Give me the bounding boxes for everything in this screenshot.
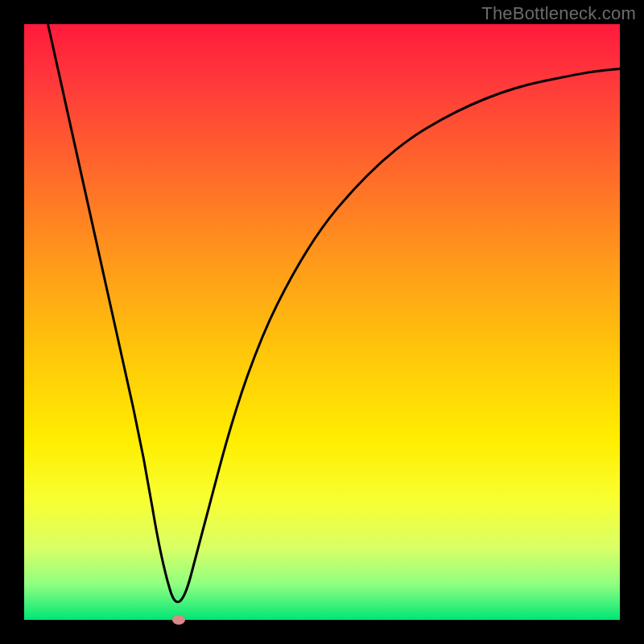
minimum-marker <box>172 615 185 625</box>
bottleneck-curve <box>24 24 620 620</box>
plot-area <box>24 24 620 620</box>
watermark-text: TheBottleneck.com <box>481 3 636 24</box>
chart-container: TheBottleneck.com <box>0 0 644 644</box>
